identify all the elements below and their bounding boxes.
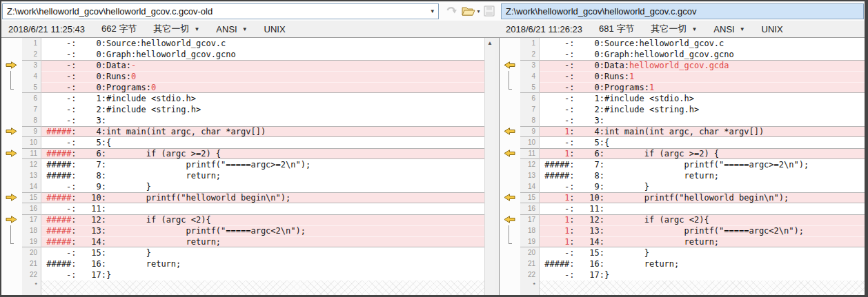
code-row[interactable]: 8 -: 3:	[500, 115, 865, 126]
left-line-ending[interactable]: UNIX	[264, 24, 286, 34]
code-row[interactable]: 9 #####: 4:int main(int argc, char *argv…	[1, 126, 484, 137]
section-arrow-right-icon[interactable]	[1, 60, 22, 71]
scroll-up-icon[interactable]: ▲	[485, 38, 495, 48]
right-path-combo[interactable]: Z:\work\helloworld_gcov\helloworld_gcov.…	[501, 3, 864, 19]
code-row[interactable]: 11 #####: 6: if (argc >=2) {	[1, 148, 484, 159]
code-text[interactable]: #####: 10: printf("helloworld begin\n");	[41, 192, 484, 203]
code-text[interactable]: 1: 4:int main(int argc, char *argv[])	[540, 126, 865, 137]
code-row[interactable]: 7 -: 2:#include <string.h>	[500, 104, 865, 115]
code-row[interactable]: 8 -: 3:	[1, 115, 484, 126]
code-text[interactable]: -: 0:Source:helloworld_gcov.c	[540, 38, 865, 49]
code-text[interactable]: #####: 13: printf("=====argc<2\n");	[41, 225, 484, 236]
section-arrow-left-icon[interactable]	[500, 214, 520, 225]
code-row[interactable]: 13 #####: 8: return;	[500, 170, 865, 181]
code-row[interactable]: 22 -: 17:}	[1, 269, 484, 280]
code-row[interactable]: 15 1: 10: printf("helloworld begin\n");	[500, 192, 865, 203]
section-arrow-right-icon[interactable]	[1, 214, 22, 225]
code-row[interactable]: 20 -: 15: }	[500, 247, 865, 258]
code-row[interactable]: 22 -: 17:}	[500, 269, 865, 280]
code-text[interactable]: #####: 8: return;	[540, 170, 865, 181]
section-arrow-right-icon[interactable]	[1, 126, 22, 137]
code-text[interactable]: -: 9: }	[540, 181, 865, 192]
section-arrow-left-icon[interactable]	[500, 60, 520, 71]
code-row[interactable]: 5 -: 0:Programs:1	[500, 82, 865, 93]
code-text[interactable]: 1: 12: if (argc <2){	[540, 214, 865, 225]
code-text[interactable]: #####: 4:int main(int argc, char *argv[]…	[41, 126, 484, 137]
code-text[interactable]: -: 0:Source:helloworld_gcov.c	[41, 38, 484, 49]
code-row[interactable]: 14 -: 9: }	[500, 181, 865, 192]
code-row[interactable]: 6 -: 1:#include <stdio.h>	[500, 93, 865, 104]
code-text[interactable]: -: 0:Runs:1	[540, 71, 865, 82]
code-row[interactable]: 20 -: 15: }	[1, 247, 484, 258]
left-path-dropdown-icon[interactable]: ▾	[428, 8, 436, 14]
code-row[interactable]: 5 -: 0:Programs:0	[1, 82, 484, 93]
code-text[interactable]: #####: 7: printf("=====argc>=2\n");	[41, 159, 484, 170]
code-row[interactable]: 6 -: 1:#include <stdio.h>	[1, 93, 484, 104]
code-row[interactable]: 21 #####: 16: return;	[1, 258, 484, 269]
code-row[interactable]: 11 1: 6: if (argc >=2) {	[500, 148, 865, 159]
left-encoding-select[interactable]: ANSI ▼	[216, 24, 247, 34]
code-text[interactable]: 1: 6: if (argc >=2) {	[540, 148, 865, 159]
code-text[interactable]: -: 0:Data:-	[41, 60, 484, 71]
code-row[interactable]: 2 -: 0:Graph:helloworld_gcov.gcno	[500, 49, 865, 60]
section-arrow-right-icon[interactable]	[1, 148, 22, 159]
code-row[interactable]: 16 -: 11:	[500, 203, 865, 214]
open-file-dropdown-icon[interactable]: ▾	[477, 8, 480, 14]
code-text[interactable]: #####: 6: if (argc >=2) {	[41, 148, 484, 159]
code-text[interactable]: -: 5:{	[41, 137, 484, 148]
right-encoding-select[interactable]: ANSI ▼	[713, 24, 744, 34]
left-vertical-scrollbar[interactable]: ▲	[484, 38, 495, 295]
code-row[interactable]: 18 1: 13: printf("=====argc<2\n");	[500, 225, 865, 236]
code-text[interactable]: -: 0:Runs:0	[41, 71, 484, 82]
code-text[interactable]: -: 0:Programs:0	[41, 82, 484, 93]
code-text[interactable]: -: 3:	[540, 115, 865, 126]
code-text[interactable]: -: 9: }	[41, 181, 484, 192]
code-text[interactable]: -: 11:	[540, 203, 865, 214]
code-row[interactable]: 10 -: 5:{	[500, 137, 865, 148]
code-text[interactable]: #####: 8: return;	[41, 170, 484, 181]
code-text[interactable]: -: 1:#include <stdio.h>	[41, 93, 484, 104]
code-text[interactable]: 1: 14: return;	[540, 236, 865, 247]
code-text[interactable]: 1: 13: printf("=====argc<2\n");	[540, 225, 865, 236]
section-arrow-right-icon[interactable]	[1, 192, 22, 203]
code-row[interactable]: 12 #####: 7: printf("=====argc>=2\n");	[1, 159, 484, 170]
code-text[interactable]: -: 0:Graph:helloworld_gcov.gcno	[41, 49, 484, 60]
code-row[interactable]: 9 1: 4:int main(int argc, char *argv[])	[500, 126, 865, 137]
open-file-button[interactable]: ▾	[462, 6, 480, 17]
code-text[interactable]: 1: 10: printf("helloworld begin\n");	[540, 192, 865, 203]
code-text[interactable]: -: 15: }	[41, 247, 484, 258]
code-row[interactable]: 18 #####: 13: printf("=====argc<2\n");	[1, 225, 484, 236]
code-text[interactable]: -: 11:	[41, 203, 484, 214]
save-button[interactable]	[484, 6, 495, 17]
code-text[interactable]: #####: 12: if (argc <2){	[41, 214, 484, 225]
code-row[interactable]: 15 #####: 10: printf("helloworld begin\n…	[1, 192, 484, 203]
code-row[interactable]: 1 -: 0:Source:helloworld_gcov.c	[1, 38, 484, 49]
code-text[interactable]: -: 3:	[41, 115, 484, 126]
section-arrow-left-icon[interactable]	[500, 192, 520, 203]
code-row[interactable]: 10 -: 5:{	[1, 137, 484, 148]
code-text[interactable]: -: 15: }	[540, 247, 865, 258]
left-path-combo[interactable]: Z:\work\helloworld_gcov\helloworld_gcov.…	[2, 3, 439, 19]
code-text[interactable]: -: 2:#include <string.h>	[540, 104, 865, 115]
code-row[interactable]: 4 -: 0:Runs:1	[500, 71, 865, 82]
right-line-ending[interactable]: UNIX	[762, 24, 783, 34]
code-row[interactable]: 2 -: 0:Graph:helloworld_gcov.gcno	[1, 49, 484, 60]
code-text[interactable]: -: 5:{	[540, 137, 865, 148]
right-format-select[interactable]: 其它一切 ▼	[651, 23, 697, 35]
code-row[interactable]: 16 -: 11:	[1, 203, 484, 214]
code-row[interactable]: 1 -: 0:Source:helloworld_gcov.c	[500, 38, 865, 49]
code-row[interactable]: 17 1: 12: if (argc <2){	[500, 214, 865, 225]
code-row[interactable]: 19 1: 14: return;	[500, 236, 865, 247]
recompare-button[interactable]	[445, 5, 458, 17]
code-text[interactable]: #####: 7: printf("=====argc>=2\n");	[540, 159, 865, 170]
code-row[interactable]: 14 -: 9: }	[1, 181, 484, 192]
code-text[interactable]: -: 2:#include <string.h>	[41, 104, 484, 115]
code-text[interactable]: -: 17:}	[540, 269, 865, 280]
left-format-select[interactable]: 其它一切 ▼	[153, 23, 199, 35]
code-text[interactable]: -: 1:#include <stdio.h>	[540, 93, 865, 104]
section-arrow-left-icon[interactable]	[500, 126, 520, 137]
code-row[interactable]: 21 #####: 16: return;	[500, 258, 865, 269]
section-arrow-left-icon[interactable]	[500, 148, 520, 159]
code-text[interactable]: -: 0:Data:helloworld_gcov.gcda	[540, 60, 865, 71]
code-row[interactable]: 17 #####: 12: if (argc <2){	[1, 214, 484, 225]
